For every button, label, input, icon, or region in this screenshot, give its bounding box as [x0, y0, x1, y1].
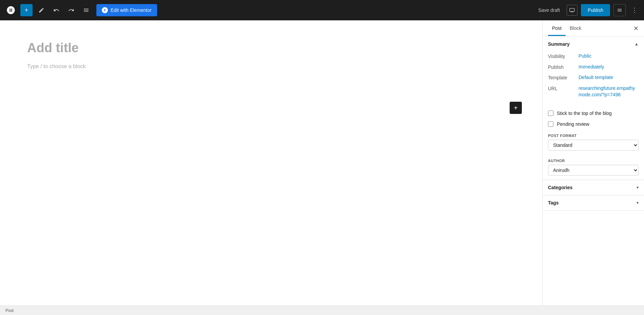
block-placeholder[interactable]: Type / to choose a block — [27, 63, 515, 70]
visibility-row: Visibility Public — [548, 53, 639, 60]
toggle-sidebar-button[interactable] — [613, 4, 626, 16]
summary-panel-header[interactable]: Summary ▲ — [543, 37, 644, 52]
stick-to-top-row: Stick to the top of the blog — [543, 108, 644, 119]
document-overview-button[interactable] — [80, 4, 92, 16]
add-block-button[interactable]: + — [510, 102, 522, 114]
template-value[interactable]: Default template — [579, 74, 613, 81]
main-area: Type / to choose a block + Post Block ✕ … — [0, 20, 644, 306]
status-bar-text: Post — [5, 308, 14, 313]
editor-area: Type / to choose a block + — [0, 20, 542, 306]
elementor-icon: E — [102, 7, 108, 13]
stick-to-top-checkbox[interactable] — [548, 111, 553, 116]
tags-chevron-icon: ▾ — [637, 200, 639, 205]
post-format-select[interactable]: Standard Aside Chat Gallery Link Image Q… — [548, 140, 639, 151]
add-block-topbar-button[interactable]: + — [20, 4, 33, 16]
edit-with-elementor-button[interactable]: E Edit with Elementor — [96, 4, 157, 16]
summary-panel: Summary ▲ Visibility Public Publish Imme… — [543, 37, 644, 180]
template-row: Template Default template — [548, 74, 639, 81]
publish-label: Publish — [548, 64, 579, 70]
author-section: AUTHOR Anirudh — [543, 155, 644, 180]
sidebar-header: Post Block ✕ — [543, 20, 644, 37]
publish-value[interactable]: Immediately — [579, 64, 604, 71]
categories-chevron-icon: ▾ — [637, 185, 639, 190]
post-format-section: POST FORMAT Standard Aside Chat Gallery … — [543, 130, 644, 155]
status-bar: Post — [0, 306, 644, 315]
topbar: + E Edit with Elementor Save draft Publi… — [0, 0, 644, 20]
wp-logo — [4, 3, 18, 17]
summary-chevron-icon: ▲ — [634, 42, 639, 46]
more-options-button[interactable]: ⋮ — [629, 5, 640, 16]
categories-panel-title: Categories — [548, 185, 572, 190]
stick-to-top-label[interactable]: Stick to the top of the blog — [557, 111, 612, 116]
template-label: Template — [548, 74, 579, 80]
tools-button[interactable] — [35, 4, 48, 16]
preview-button[interactable] — [567, 5, 577, 16]
post-title-input[interactable] — [27, 41, 515, 55]
author-select[interactable]: Anirudh — [548, 165, 639, 176]
sidebar-close-button[interactable]: ✕ — [633, 25, 639, 32]
pending-review-row: Pending review — [543, 119, 644, 130]
pending-review-label[interactable]: Pending review — [557, 121, 589, 127]
tab-block[interactable]: Block — [566, 21, 585, 36]
publish-button[interactable]: Publish — [581, 4, 610, 16]
url-row: URL researchingfuture.empathymode.com/?p… — [548, 85, 639, 98]
categories-panel-header[interactable]: Categories ▾ — [543, 180, 644, 195]
pending-review-checkbox[interactable] — [548, 121, 553, 127]
summary-panel-body: Visibility Public Publish Immediately Te… — [543, 52, 644, 108]
tab-post[interactable]: Post — [548, 21, 566, 36]
post-format-label: POST FORMAT — [548, 134, 639, 138]
url-label: URL — [548, 85, 579, 91]
topbar-right: Save draft Publish ⋮ — [535, 4, 640, 16]
tags-panel-header[interactable]: Tags ▾ — [543, 195, 644, 211]
undo-button[interactable] — [50, 4, 62, 16]
visibility-label: Visibility — [548, 53, 579, 59]
tags-panel-title: Tags — [548, 200, 559, 205]
author-label: AUTHOR — [548, 159, 639, 163]
url-value[interactable]: researchingfuture.empathymode.com/?p=749… — [579, 85, 639, 98]
redo-button[interactable] — [65, 4, 77, 16]
save-draft-button[interactable]: Save draft — [535, 5, 563, 15]
visibility-value[interactable]: Public — [579, 53, 591, 60]
summary-panel-title: Summary — [548, 41, 570, 47]
sidebar: Post Block ✕ Summary ▲ Visibility Public… — [542, 20, 644, 306]
publish-row: Publish Immediately — [548, 64, 639, 71]
